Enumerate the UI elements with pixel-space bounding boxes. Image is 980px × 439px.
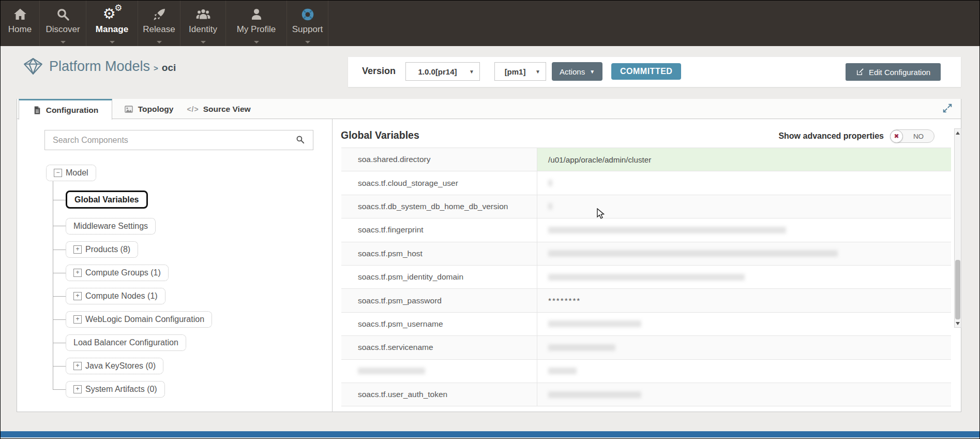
partition-select[interactable]: [pm1] ▼ — [494, 62, 546, 81]
property-value[interactable] — [537, 360, 951, 383]
tree-node-label: Load Balancer Configuration — [73, 338, 178, 347]
redacted-name — [358, 368, 425, 374]
footer-accent-bar — [1, 431, 979, 437]
table-row[interactable]: soacs.tf.cloud_storage_user — [341, 171, 951, 195]
property-value[interactable] — [537, 266, 951, 288]
toggle-knob[interactable]: ✖ — [890, 130, 903, 143]
table-row[interactable]: soa.shared.directory /u01/app/oracle/adm… — [341, 148, 951, 171]
nav-item-discover[interactable]: Discover — [40, 1, 86, 46]
table-row[interactable]: soacs.tf.psm_host — [341, 242, 951, 266]
nav-item-release[interactable]: Release — [138, 1, 180, 46]
search-icon[interactable] — [295, 135, 305, 147]
property-name: soacs.tf.psm_username — [341, 313, 537, 335]
redacted-value — [548, 227, 786, 233]
property-value[interactable] — [537, 242, 951, 265]
property-value[interactable] — [537, 336, 951, 359]
tree-node-compute-nodes[interactable]: + Compute Nodes (1) — [66, 288, 165, 304]
table-row[interactable]: soacs.tf.db_system_db_home_db_version — [341, 195, 951, 218]
property-value[interactable] — [537, 313, 951, 335]
nav-item-manage[interactable]: ⚙⚙ Manage — [86, 1, 138, 46]
expand-icon[interactable]: + — [73, 315, 82, 324]
search-input[interactable] — [44, 130, 313, 150]
partition-select-value: [pm1] — [500, 67, 530, 76]
table-row[interactable]: soacs.tf.psm_identity_domain — [341, 266, 951, 289]
collapse-icon[interactable]: − — [54, 169, 62, 177]
property-name: soacs.tf.db_system_db_home_db_version — [341, 195, 537, 218]
users-group-icon — [195, 5, 212, 24]
tree-node-middleware-settings[interactable]: Middleware Settings — [66, 218, 156, 235]
panel-title: Global Variables — [341, 129, 419, 141]
tree-node-products[interactable]: + Products (8) — [66, 241, 138, 258]
redacted-value — [548, 180, 552, 186]
property-name: soacs.tf.fingerprint — [341, 218, 537, 241]
user-icon — [249, 5, 264, 24]
advanced-properties-toggle[interactable]: ✖ NO — [890, 129, 934, 143]
redacted-value — [548, 250, 838, 257]
table-row[interactable]: soacs.tf.fingerprint — [341, 218, 951, 242]
property-value[interactable] — [537, 218, 951, 241]
breadcrumb: Platform Models > oci — [23, 58, 176, 75]
tree-connector — [53, 273, 66, 273]
tree-connector — [53, 181, 53, 389]
property-value[interactable]: ******** — [537, 289, 951, 312]
table-row[interactable]: soacs.tf.user_auth_token — [341, 383, 951, 406]
tree-node-weblogic-domain-configuration[interactable]: + WebLogic Domain Configuration — [66, 311, 212, 328]
nav-label: Support — [292, 24, 323, 35]
properties-table: soa.shared.directory /u01/app/oracle/adm… — [341, 148, 951, 406]
tab-topology[interactable]: Topology — [115, 99, 182, 119]
property-name: soacs.tf.servicename — [341, 336, 537, 359]
vertical-scrollbar[interactable] — [954, 128, 961, 328]
expand-icon[interactable]: + — [73, 362, 82, 370]
actions-button-label: Actions — [560, 67, 585, 76]
tree-connector — [53, 343, 66, 343]
tab-label: Source View — [203, 105, 251, 114]
property-name: soacs.tf.cloud_storage_user — [341, 171, 537, 194]
scrollbar-thumb[interactable] — [955, 260, 960, 319]
expand-icon[interactable]: + — [73, 385, 82, 393]
actions-button[interactable]: Actions ▼ — [552, 62, 602, 81]
tree-node-label: Java KeyStores (0) — [85, 361, 156, 371]
version-select[interactable]: 1.0.0[pr14] ▼ — [405, 62, 480, 81]
tree-node-model[interactable]: − Model — [46, 165, 96, 181]
expand-icon[interactable]: + — [73, 292, 82, 300]
tab-source-view[interactable]: </> Source View — [183, 99, 255, 119]
edit-configuration-button[interactable]: Edit Configuration — [846, 63, 941, 81]
table-row[interactable]: soacs.tf.servicename — [341, 336, 951, 359]
tree-node-label: Compute Nodes (1) — [85, 291, 158, 301]
nav-item-support[interactable]: Support — [287, 1, 328, 46]
property-value[interactable]: /u01/app/oracle/admin/cluster — [537, 148, 951, 171]
scroll-up-arrow[interactable] — [955, 129, 961, 136]
redacted-value — [548, 391, 641, 398]
caret-down-icon: ▼ — [590, 69, 595, 75]
table-row[interactable]: soacs.tf.psm_username — [341, 313, 951, 336]
tree-node-system-artifacts[interactable]: + System Artifacts (0) — [66, 381, 165, 398]
property-value[interactable] — [537, 171, 951, 194]
property-value[interactable] — [537, 383, 951, 406]
tree-node-global-variables[interactable]: Global Variables — [66, 191, 148, 209]
tree-connector — [53, 319, 66, 320]
property-value[interactable] — [537, 195, 951, 218]
table-row[interactable]: soacs.tf.psm_password ******** — [341, 289, 951, 312]
table-row[interactable] — [341, 360, 951, 383]
tree-node-java-keystores[interactable]: + Java KeyStores (0) — [66, 358, 163, 374]
caret-down-icon — [254, 41, 259, 43]
redacted-value — [548, 368, 577, 374]
property-name: soacs.tf.user_auth_token — [341, 383, 537, 406]
property-name: soacs.tf.psm_password — [341, 289, 537, 312]
advanced-properties-row: Show advanced properties ✖ NO — [714, 129, 934, 143]
image-icon — [124, 105, 134, 114]
tree-node-compute-groups[interactable]: + Compute Groups (1) — [66, 265, 169, 281]
nav-item-identity[interactable]: Identity — [180, 1, 226, 46]
x-icon: ✖ — [894, 133, 899, 139]
nav-item-my-profile[interactable]: My Profile — [226, 1, 287, 46]
expand-panel-icon[interactable] — [942, 103, 953, 116]
nav-label: Discover — [46, 24, 80, 35]
scroll-down-arrow[interactable] — [955, 320, 961, 327]
version-select-value: 1.0.0[pr14] — [411, 67, 464, 76]
tab-configuration[interactable]: Configuration — [19, 99, 112, 120]
tree-connector — [53, 226, 66, 226]
tree-node-load-balancer-configuration[interactable]: Load Balancer Configuration — [66, 334, 186, 351]
expand-icon[interactable]: + — [73, 269, 82, 277]
nav-item-home[interactable]: Home — [1, 1, 40, 46]
expand-icon[interactable]: + — [73, 245, 82, 254]
